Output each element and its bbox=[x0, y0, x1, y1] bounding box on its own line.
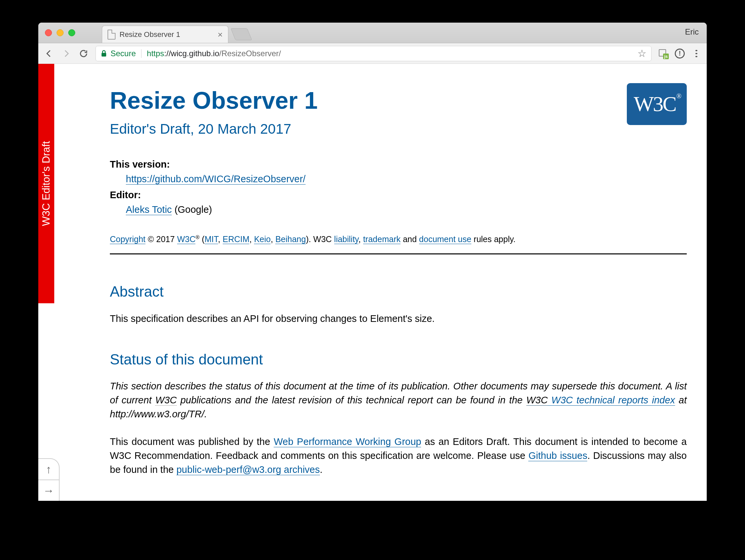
browser-menu-button[interactable] bbox=[691, 48, 702, 59]
liability-link[interactable]: liability bbox=[334, 235, 358, 244]
info-icon[interactable]: ! bbox=[675, 48, 685, 59]
editor-label: Editor: bbox=[110, 188, 687, 202]
page-subtitle: Editor's Draft, 20 March 2017 bbox=[110, 119, 687, 139]
toolbar: Secure https://wicg.github.io/ResizeObse… bbox=[38, 43, 707, 64]
this-version-link[interactable]: https://github.com/WICG/ResizeObserver/ bbox=[126, 174, 305, 184]
reload-button[interactable] bbox=[78, 48, 89, 59]
w3c-abbr[interactable]: W3C bbox=[177, 235, 196, 244]
page-favicon-icon bbox=[107, 30, 116, 40]
browser-tab[interactable]: Resize Observer 1 × bbox=[102, 26, 228, 43]
status-paragraph: This document was published by the Web P… bbox=[110, 434, 687, 477]
working-group-link[interactable]: Web Performance Working Group bbox=[273, 436, 421, 447]
secure-label: Secure bbox=[110, 49, 136, 58]
svg-rect-0 bbox=[101, 53, 106, 57]
zoom-window-button[interactable] bbox=[68, 29, 75, 36]
status-heading: Status of this document bbox=[110, 349, 687, 370]
extension-js-icon[interactable] bbox=[658, 48, 668, 59]
lock-icon bbox=[100, 50, 107, 57]
spec-nav-up-button[interactable]: ↑ bbox=[38, 458, 60, 480]
abstract-heading: Abstract bbox=[110, 281, 687, 302]
page-title: Resize Observer 1 bbox=[110, 83, 687, 118]
url-text: https://wicg.github.io/ResizeObserver/ bbox=[147, 49, 281, 58]
browser-window: Resize Observer 1 × Eric Secure https://… bbox=[38, 23, 707, 501]
back-button[interactable] bbox=[43, 48, 54, 59]
copyright-line: Copyright © 2017 W3C® (MIT, ERCIM, Keio,… bbox=[110, 233, 687, 245]
tab-strip: Resize Observer 1 × Eric bbox=[38, 23, 707, 43]
address-bar[interactable]: Secure https://wicg.github.io/ResizeObse… bbox=[96, 46, 651, 61]
editor-affiliation: (Google) bbox=[172, 204, 212, 215]
separator bbox=[141, 49, 141, 58]
close-window-button[interactable] bbox=[45, 29, 52, 36]
tab-title: Resize Observer 1 bbox=[120, 30, 180, 39]
mailing-list-link[interactable]: public-web-perf@w3.org archives bbox=[176, 464, 320, 475]
spec-metadata: This version: https://github.com/WICG/Re… bbox=[110, 157, 687, 216]
tab-close-button[interactable]: × bbox=[218, 30, 223, 39]
beihang-link[interactable]: Beihang bbox=[275, 235, 306, 244]
tr-index-link[interactable]: W3C W3C technical reports index bbox=[526, 395, 675, 406]
ercim-link[interactable]: ERCIM bbox=[223, 235, 250, 244]
github-issues-link[interactable]: Github issues bbox=[528, 450, 587, 461]
spec-content: W3C® Resize Observer 1 Editor's Draft, 2… bbox=[110, 83, 687, 477]
bookmark-star-icon[interactable]: ☆ bbox=[638, 47, 646, 59]
new-tab-button[interactable] bbox=[231, 28, 252, 40]
editor-link[interactable]: Aleks Totic bbox=[126, 204, 172, 215]
this-version-label: This version: bbox=[110, 157, 687, 171]
spec-nav-right-button[interactable]: → bbox=[38, 480, 60, 501]
minimize-window-button[interactable] bbox=[57, 29, 64, 36]
abstract-text: This specification describes an API for … bbox=[110, 312, 687, 325]
page-viewport: W3C Editor's Draft W3C® Resize Observer … bbox=[38, 64, 707, 501]
draft-banner: W3C Editor's Draft bbox=[38, 64, 54, 303]
draft-banner-text: W3C Editor's Draft bbox=[38, 64, 54, 303]
separator-rule bbox=[110, 253, 687, 254]
document-use-link[interactable]: document use bbox=[419, 235, 472, 244]
mit-link[interactable]: MIT bbox=[205, 235, 218, 244]
w3c-logo[interactable]: W3C® bbox=[627, 83, 687, 125]
profile-name[interactable]: Eric bbox=[685, 27, 699, 37]
forward-button[interactable] bbox=[61, 48, 72, 59]
copyright-link[interactable]: Copyright bbox=[110, 235, 145, 244]
spec-nav: ↑ → bbox=[38, 458, 62, 501]
status-boilerplate: This section describes the status of thi… bbox=[110, 379, 687, 421]
window-controls bbox=[38, 23, 82, 43]
keio-link[interactable]: Keio bbox=[254, 235, 271, 244]
trademark-link[interactable]: trademark bbox=[363, 235, 401, 244]
